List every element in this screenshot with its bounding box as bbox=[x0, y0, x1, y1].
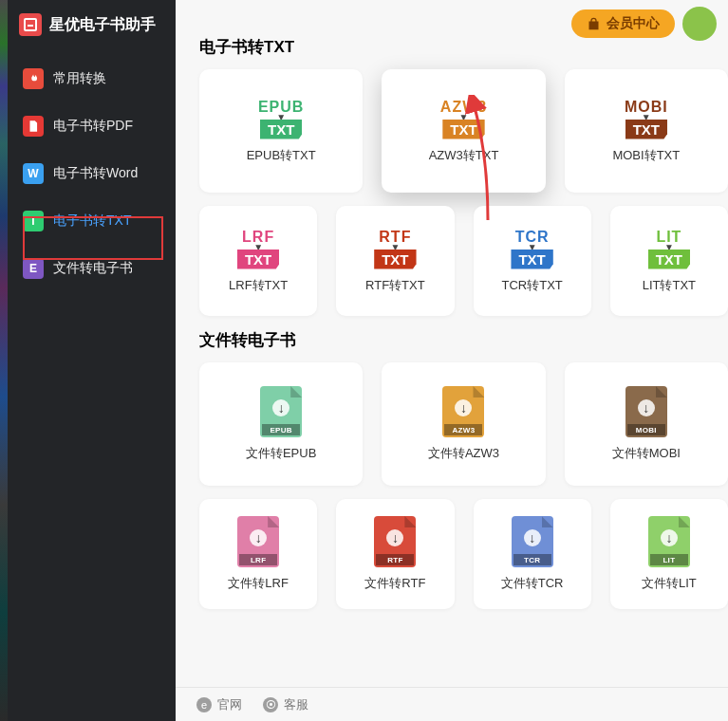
book-icon bbox=[19, 13, 42, 36]
flame-icon bbox=[23, 68, 44, 89]
convert-icon: AZW3 ▼ TXT bbox=[440, 99, 487, 139]
globe-icon: e bbox=[196, 697, 212, 712]
card-label: 文件转LRF bbox=[228, 575, 289, 592]
section-title: 电子书转TXT bbox=[199, 36, 728, 58]
nav-label: 电子书转Word bbox=[53, 165, 138, 182]
convert-card[interactable]: ↓AZW3文件转AZW3 bbox=[382, 362, 545, 486]
ebook-icon: E bbox=[23, 258, 44, 279]
card-label: AZW3转TXT bbox=[429, 147, 499, 164]
section-title: 文件转电子书 bbox=[199, 329, 728, 351]
convert-card[interactable]: ↓EPUB文件转EPUB bbox=[199, 362, 363, 486]
card-label: 文件转AZW3 bbox=[428, 445, 499, 462]
convert-card[interactable]: ↓MOBI文件转MOBI bbox=[565, 362, 728, 486]
nav: 常用转换 电子书转PDF W 电子书转Word T 电子书转TXT E 文件转电… bbox=[8, 51, 176, 296]
convert-card[interactable]: MOBI ▼ TXTMOBI转TXT bbox=[565, 69, 728, 193]
app-title: 星优电子书助手 bbox=[49, 15, 156, 35]
convert-icon: EPUB ▼ TXT bbox=[258, 99, 304, 139]
convert-icon: MOBI ▼ TXT bbox=[625, 99, 668, 139]
convert-icon: LIT ▼ TXT bbox=[648, 229, 690, 269]
card-row: EPUB ▼ TXTEPUB转TXT AZW3 ▼ TXTAZW3转TXT MO… bbox=[199, 69, 728, 193]
convert-card[interactable]: EPUB ▼ TXTEPUB转TXT bbox=[199, 69, 363, 193]
nav-item-pdf[interactable]: 电子书转PDF bbox=[8, 102, 176, 150]
nav-label: 电子书转PDF bbox=[53, 118, 133, 135]
file-icon: ↓MOBI bbox=[625, 386, 667, 437]
pdf-icon bbox=[23, 116, 44, 137]
card-label: 文件转TCR bbox=[501, 575, 564, 592]
convert-card[interactable]: TCR ▼ TXTTCR转TXT bbox=[474, 206, 591, 316]
footer: e 官网 ⦿ 客服 bbox=[176, 687, 728, 721]
nav-item-common[interactable]: 常用转换 bbox=[8, 55, 176, 102]
file-icon: ↓AZW3 bbox=[442, 386, 484, 437]
card-label: 文件转RTF bbox=[364, 575, 425, 592]
card-label: 文件转EPUB bbox=[246, 445, 316, 462]
nav-item-txt[interactable]: T 电子书转TXT bbox=[8, 197, 176, 245]
file-icon: ↓EPUB bbox=[260, 386, 302, 437]
convert-card[interactable]: ↓LIT文件转LIT bbox=[610, 499, 728, 609]
file-icon: ↓LRF bbox=[237, 516, 279, 567]
footer-site-link[interactable]: e 官网 bbox=[196, 696, 242, 713]
convert-icon: LRF ▼ TXT bbox=[237, 229, 279, 269]
file-icon: ↓LIT bbox=[648, 516, 690, 567]
card-label: LRF转TXT bbox=[229, 277, 288, 294]
card-label: 文件转LIT bbox=[642, 575, 697, 592]
txt-icon: T bbox=[23, 211, 44, 231]
main-content: 电子书转TXT EPUB ▼ TXTEPUB转TXT AZW3 ▼ TXTAZW… bbox=[176, 19, 728, 687]
convert-card[interactable]: LRF ▼ TXTLRF转TXT bbox=[199, 206, 317, 316]
nav-item-toebook[interactable]: E 文件转电子书 bbox=[8, 245, 176, 292]
sidebar: 星优电子书助手 常用转换 电子书转PDF W 电子书转Word T 电子书转TX… bbox=[8, 0, 176, 721]
app-logo: 星优电子书助手 bbox=[8, 0, 176, 51]
card-label: LIT转TXT bbox=[643, 277, 696, 294]
convert-card[interactable]: ↓TCR文件转TCR bbox=[474, 499, 591, 609]
card-label: TCR转TXT bbox=[501, 277, 562, 294]
convert-card[interactable]: ↓RTF文件转RTF bbox=[336, 499, 454, 609]
footer-support-link[interactable]: ⦿ 客服 bbox=[263, 696, 308, 713]
card-label: MOBI转TXT bbox=[612, 147, 680, 164]
convert-icon: TCR ▼ TXT bbox=[511, 229, 552, 269]
convert-icon: RTF ▼ TXT bbox=[374, 229, 416, 269]
word-icon: W bbox=[23, 163, 44, 184]
card-label: RTF转TXT bbox=[365, 277, 425, 294]
footer-support-label: 客服 bbox=[284, 696, 308, 713]
card-row: ↓LRF文件转LRF ↓RTF文件转RTF ↓TCR文件转TCR ↓LIT文件转… bbox=[199, 499, 728, 609]
nav-item-word[interactable]: W 电子书转Word bbox=[8, 150, 176, 197]
convert-card[interactable]: LIT ▼ TXTLIT转TXT bbox=[610, 206, 728, 316]
window-edge-decoration bbox=[0, 0, 8, 721]
card-row: ↓EPUB文件转EPUB ↓AZW3文件转AZW3 ↓MOBI文件转MOBI bbox=[199, 362, 728, 486]
file-icon: ↓TCR bbox=[512, 516, 553, 567]
file-icon: ↓RTF bbox=[374, 516, 416, 567]
card-row: LRF ▼ TXTLRF转TXT RTF ▼ TXTRTF转TXT TCR ▼ … bbox=[199, 206, 728, 316]
convert-card[interactable]: AZW3 ▼ TXTAZW3转TXT bbox=[382, 69, 545, 193]
footer-site-label: 官网 bbox=[217, 696, 242, 713]
convert-card[interactable]: RTF ▼ TXTRTF转TXT bbox=[336, 206, 454, 316]
card-label: EPUB转TXT bbox=[247, 147, 316, 164]
convert-card[interactable]: ↓LRF文件转LRF bbox=[199, 499, 317, 609]
nav-label: 常用转换 bbox=[53, 70, 106, 87]
card-label: 文件转MOBI bbox=[612, 445, 681, 462]
headset-icon: ⦿ bbox=[263, 697, 278, 712]
nav-label: 电子书转TXT bbox=[53, 213, 131, 230]
nav-label: 文件转电子书 bbox=[53, 260, 133, 277]
